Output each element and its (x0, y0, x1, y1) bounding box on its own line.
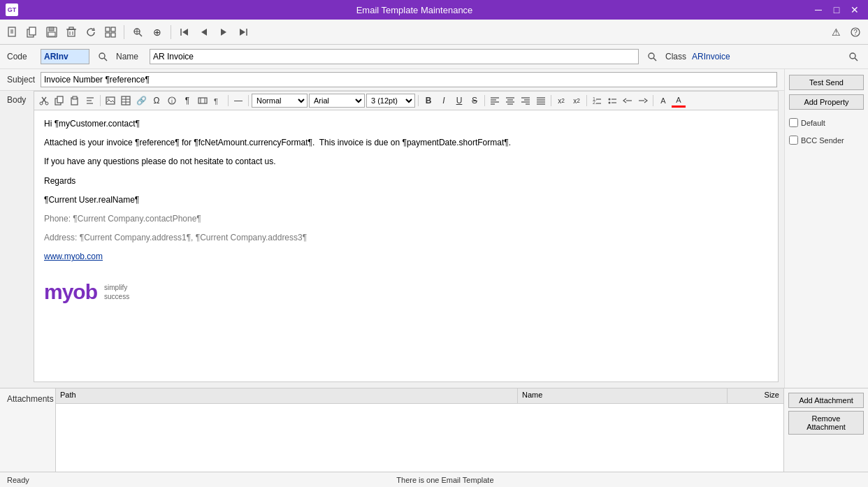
svg-rect-15 (111, 27, 115, 31)
rte-link-btn[interactable]: 🔗 (134, 94, 148, 108)
main-toolbar: ⊕ ⚠ ? (0, 20, 868, 45)
rte-table-btn[interactable] (119, 94, 133, 108)
rte-img2-btn[interactable]: i (165, 94, 179, 108)
next-button[interactable] (215, 24, 232, 41)
rte-superscript-btn[interactable]: x2 (554, 94, 568, 108)
svg-rect-9 (68, 29, 75, 36)
rte-strikethrough-btn[interactable]: S (468, 94, 482, 108)
svg-point-34 (850, 53, 855, 59)
rte-italic-btn[interactable]: I (437, 94, 451, 108)
template-button[interactable] (102, 24, 119, 41)
name-search-button[interactable] (644, 49, 660, 64)
rte-unorderedlist-btn[interactable] (605, 94, 619, 108)
para-phone: Phone: ¶Current Company.contactPhone¶ (44, 212, 768, 226)
rte-bold-btn[interactable]: B (421, 94, 435, 108)
code-search-button[interactable] (95, 49, 110, 64)
default-checkbox[interactable] (789, 118, 798, 127)
svg-rect-11 (69, 27, 73, 29)
app-container: GT Email Template Maintenance ─ □ ✕ (0, 0, 868, 487)
status-left: Ready (7, 476, 29, 484)
rte-style-select[interactable]: Normal Heading 1 Heading 2 (252, 94, 308, 108)
find2-button[interactable]: ⊕ (149, 24, 166, 41)
help-button[interactable]: ? (847, 24, 864, 41)
rte-color-btn[interactable]: A (672, 94, 686, 108)
rte-img-btn[interactable] (103, 94, 117, 108)
rte-outdent-btn[interactable] (621, 94, 635, 108)
new-button[interactable] (4, 24, 21, 41)
first-button[interactable] (176, 24, 193, 41)
rte-highlight-btn[interactable]: A (656, 94, 670, 108)
find1-button[interactable] (129, 24, 146, 41)
rte-sep-3 (248, 95, 249, 106)
editor-content[interactable]: Hi ¶myCustomer.contact¶ Attached is your… (34, 110, 778, 381)
close-button[interactable]: ✕ (847, 2, 862, 17)
para-greeting: Hi ¶myCustomer.contact¶ (44, 117, 768, 131)
attachments-body (56, 404, 783, 472)
add-property-button[interactable]: Add Property (789, 94, 864, 110)
svg-rect-41 (57, 96, 63, 103)
bcc-sender-checkbox-row: BCC Sender (789, 136, 864, 145)
prev-button[interactable] (196, 24, 212, 41)
bcc-sender-checkbox[interactable] (789, 136, 798, 145)
rte-sep-7 (586, 95, 587, 106)
class-label: Class (665, 52, 686, 61)
name-label: Name (116, 52, 144, 61)
test-send-button[interactable]: Test Send (789, 75, 864, 90)
rte-size-select[interactable]: 3 (12pt) 1 (8pt) 4 (14pt) (366, 94, 415, 108)
rte-orderedlist-btn[interactable]: 1.2. (590, 94, 604, 108)
rte-underline-btn[interactable]: U (452, 94, 466, 108)
middle-section: Subject Body (0, 69, 868, 388)
default-checkbox-row: Default (789, 118, 864, 127)
delete-button[interactable] (63, 24, 80, 41)
para-website: www.myob.com (44, 250, 768, 263)
svg-rect-16 (106, 33, 110, 37)
rte-fieldy-btn[interactable] (196, 94, 210, 108)
refresh-button[interactable] (82, 24, 99, 41)
rte-justify-btn[interactable] (534, 94, 548, 108)
form-area: Code Name Class ARInvoice (0, 45, 868, 69)
svg-rect-43 (73, 96, 77, 99)
svg-rect-5 (29, 27, 36, 35)
copy-button[interactable] (24, 24, 41, 41)
save-button[interactable] (43, 24, 60, 41)
toolbar-sep-2 (171, 25, 171, 39)
rte-align-left-btn[interactable] (488, 94, 502, 108)
rte-paste-btn[interactable] (68, 94, 82, 108)
rte-char-btn[interactable]: ¶ (211, 94, 225, 108)
class-value[interactable]: ARInvoice (692, 52, 730, 61)
rte-align-center-btn[interactable] (503, 94, 517, 108)
svg-point-32 (649, 53, 654, 59)
rte-fieldx-btn[interactable]: ¶ (180, 94, 194, 108)
name-input[interactable] (150, 49, 639, 64)
rte-sep-6 (551, 95, 551, 106)
svg-point-81 (609, 102, 611, 104)
rte-sep-2 (228, 95, 229, 106)
subject-input[interactable] (41, 72, 777, 87)
toolbar-sep-1 (124, 25, 124, 39)
myob-brand-text: myob (44, 275, 97, 309)
para-regards: Regards (44, 175, 768, 188)
rte-hr-btn[interactable]: — (231, 94, 245, 108)
remove-attachment-button[interactable]: Remove Attachment (788, 411, 864, 435)
restore-button[interactable]: □ (829, 2, 844, 17)
right-panel: Test Send Add Property Default BCC Sende… (784, 69, 868, 388)
app-logo: GT (6, 3, 18, 16)
editor-wrapper: 🔗 Ω i ¶ ¶ — (34, 91, 779, 382)
rte-font-select[interactable]: Arial Times New Roman (309, 94, 365, 108)
rte-copy-btn[interactable] (52, 94, 66, 108)
svg-text:?: ? (853, 29, 858, 36)
rte-format-btn[interactable] (83, 94, 97, 108)
minimize-button[interactable]: ─ (811, 2, 826, 17)
rte-indent-btn[interactable] (636, 94, 650, 108)
rte-special-btn[interactable]: Ω (150, 94, 164, 108)
class-search-button[interactable] (846, 49, 861, 64)
rte-cut-btn[interactable] (37, 94, 51, 108)
attachments-table-col: Path Name Size (56, 388, 784, 472)
default-label: Default (801, 119, 825, 127)
code-input[interactable] (41, 49, 89, 64)
warning-button[interactable]: ⚠ (827, 24, 844, 41)
last-button[interactable] (235, 24, 252, 41)
rte-align-right-btn[interactable] (519, 94, 533, 108)
rte-subscript-btn[interactable]: x2 (570, 94, 584, 108)
add-attachment-button[interactable]: Add Attachment (788, 393, 864, 408)
